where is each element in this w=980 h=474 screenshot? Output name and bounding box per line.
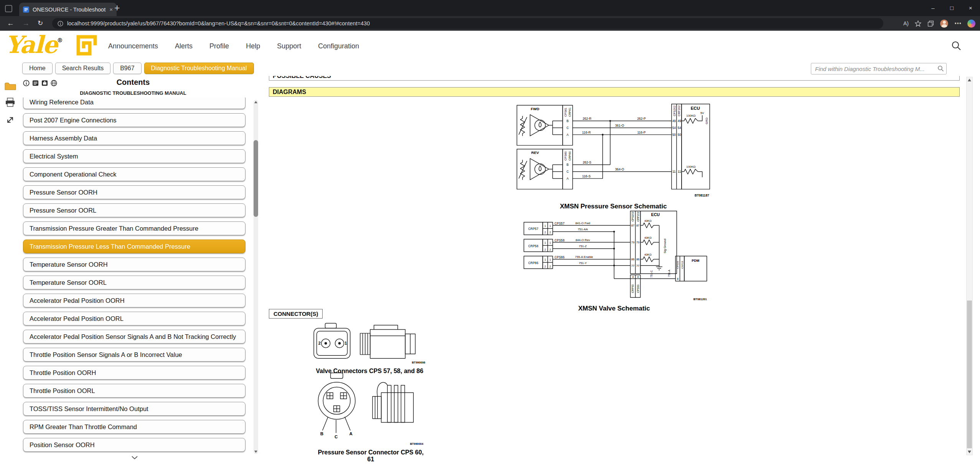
sidebar-item[interactable]: Pressure Sensor OORH (23, 185, 245, 199)
sidebar-scrollbar[interactable] (254, 100, 258, 454)
pin-number: 87 (631, 224, 634, 227)
scroll-up-icon[interactable] (254, 101, 257, 103)
pin-number: 49 (678, 119, 682, 123)
close-window-button[interactable]: × (961, 0, 980, 16)
reload-icon[interactable]: ↻ (38, 16, 43, 31)
wire-label: 751-AA (578, 228, 588, 231)
pin-number: 2 (544, 248, 546, 251)
nav-profile[interactable]: Profile (209, 42, 229, 50)
scroll-down-icon[interactable] (254, 451, 257, 453)
sidebar-item[interactable]: Throttle Position OORH (23, 366, 245, 380)
site-info-icon[interactable] (58, 21, 63, 26)
sidebar-item[interactable]: Electrical System (23, 149, 245, 163)
pin-number: 77 (631, 264, 634, 268)
nav-support[interactable]: Support (277, 42, 301, 50)
breadcrumb-home[interactable]: Home (22, 63, 53, 74)
sidebar-item[interactable]: RPM Greater Than Throttle Command (23, 420, 245, 434)
wire-label: 262-R (583, 117, 591, 121)
yale-logo[interactable]: Yale® (5, 31, 63, 59)
pin-number: 1 (549, 241, 551, 244)
ecu-label: ECU (691, 106, 700, 111)
tab-title: ONESOURCE - Troubleshooting (33, 7, 106, 13)
read-aloud-icon[interactable]: A) (903, 20, 909, 26)
connector-label: CRP93 (631, 284, 634, 293)
sidebar-item[interactable]: Pressure Sensor OORL (23, 203, 245, 217)
wire-label: 755-A Enable (575, 255, 593, 259)
url-text[interactable]: localhost:9999/products/yale/us/b967/764… (67, 20, 370, 26)
tab-close-icon[interactable]: × (109, 6, 113, 13)
connector-label: CPS86 (555, 256, 565, 259)
scroll-up-icon[interactable] (968, 79, 971, 81)
find-in-manual-input[interactable] (811, 63, 946, 74)
back-icon[interactable]: ← (7, 16, 14, 31)
pin-number: 2 (549, 265, 551, 268)
breadcrumb-search-results[interactable]: Search Results (55, 63, 111, 74)
profile-avatar[interactable] (940, 20, 948, 28)
connector-label: CRP202 (637, 211, 639, 221)
content-scrollbar[interactable] (966, 77, 973, 455)
wire-label: 262-S (583, 160, 591, 164)
sidebar-item[interactable]: Temperature Sensor OORL (23, 276, 245, 289)
folder-icon[interactable] (5, 81, 16, 91)
browser-app-icon[interactable] (5, 5, 12, 12)
search-icon[interactable] (951, 40, 962, 51)
pin-label: B (567, 163, 569, 167)
nav-help[interactable]: Help (246, 42, 260, 50)
sidebar-item[interactable]: TOSS/TISS Sensor Intermittent/No Output (23, 402, 245, 416)
sidebar-item[interactable]: Accelerator Pedal Position OORL (23, 312, 245, 325)
content-scrollbar-thumb[interactable] (967, 301, 972, 448)
nav-alerts[interactable]: Alerts (175, 42, 193, 50)
sidebar-item[interactable]: Harness Assembly Data (23, 131, 245, 145)
address-bar[interactable]: localhost:9999/products/yale/us/b967/764… (52, 18, 883, 29)
sidebar-item[interactable]: Wiring Reference Data (23, 97, 245, 109)
pin-number: 79 (631, 241, 634, 244)
pdm-label: PDM (692, 259, 699, 263)
sidebar-item[interactable]: Temperature Sensor OORH (23, 258, 245, 271)
xmsn-valve-schematic: CRP57 CPS57 1 1 2 2 841-O Fwd 751-AA CRP… (520, 208, 708, 312)
maximize-button[interactable]: □ (942, 0, 961, 16)
printer-icon[interactable] (5, 97, 15, 107)
nav-configuration[interactable]: Configuration (318, 42, 359, 50)
sidebar-scrollbar-thumb[interactable] (254, 140, 258, 217)
browser-tab-strip: ONESOURCE - Troubleshooting × + – □ × (0, 0, 980, 16)
sidebar-item[interactable]: Component Operational Check (23, 167, 245, 181)
xmsn-pressure-sensor-schematic: FWD REV CPS61 CRP61 CPS60 CRP60 B C A B … (516, 102, 710, 210)
sidebar-more-chevron-icon[interactable] (132, 456, 138, 459)
collections-icon[interactable] (927, 20, 934, 27)
contents-subtitle: DIAGNOSTIC TROUBLESHOOTING MANUAL (18, 90, 248, 96)
scroll-down-icon[interactable] (968, 451, 971, 453)
wire-label: 116-P (637, 130, 646, 134)
expand-icon[interactable] (6, 116, 14, 124)
sidebar-item[interactable]: Throttle Position OORL (23, 384, 245, 398)
connector-label: CRP60 (568, 151, 572, 160)
pin-number: 86 (636, 258, 639, 261)
favorites-star-icon[interactable] (915, 20, 921, 27)
sidebar-item[interactable]: Accelerator Pedal Position Sensor Signal… (23, 330, 245, 344)
pin-number: 54 (678, 126, 682, 130)
main-nav: Announcements Alerts Profile Help Suppor… (108, 31, 359, 61)
more-menu-icon[interactable]: ⋯ (954, 19, 961, 28)
sidebar-item[interactable]: Throttle Position Sensor Signals A or B … (23, 348, 245, 362)
sidebar-item[interactable]: Transmission Pressure Greater Than Comma… (23, 221, 245, 235)
sidebar-item-active[interactable]: Transmission Pressure Less Than Commande… (23, 239, 245, 253)
sidebar-item[interactable]: Accelerator Pedal Position OORH (23, 294, 245, 307)
figure-tag: BT081201 (693, 297, 707, 301)
connector-label: CRP15 (681, 261, 684, 269)
sig-ground-label: Sig Ground (663, 239, 667, 253)
minimize-button[interactable]: – (924, 0, 942, 16)
browser-tab[interactable]: ONESOURCE - Troubleshooting × (19, 3, 117, 16)
sidebar-item[interactable]: Position Sensor OORH (23, 438, 245, 452)
new-tab-button[interactable]: + (114, 2, 120, 13)
pin-number: 1 (549, 258, 551, 261)
clipped-section-header: POSSIBLE CAUSES (269, 76, 960, 81)
breadcrumb-b967[interactable]: B967 (113, 63, 141, 74)
rev-label: REV (531, 150, 539, 155)
copilot-icon[interactable] (967, 20, 975, 28)
nav-announcements[interactable]: Announcements (108, 42, 158, 50)
find-search-icon[interactable] (937, 65, 944, 72)
breadcrumb-diagnostic-troubleshooting-manual[interactable]: Diagnostic Troubleshooting Manual (144, 63, 254, 74)
sidebar-item[interactable]: Post 2007 Engine Connections (23, 113, 245, 127)
forward-icon[interactable]: → (22, 16, 30, 31)
find-in-manual-box (811, 63, 947, 74)
wire-label: 364-O (615, 167, 624, 171)
